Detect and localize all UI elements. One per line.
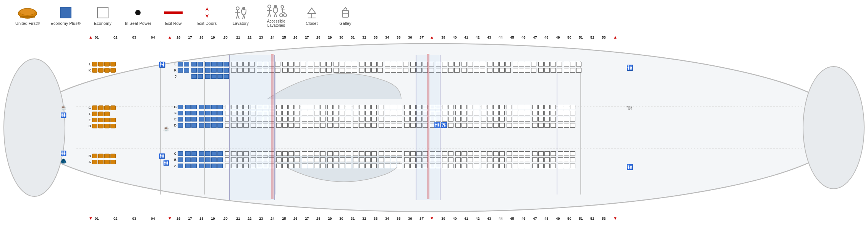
ep-row-K-top: K [173,68,582,73]
aircraft-diagram: ▲ 01 02 03 04 ▲ 16 17 18 19 20 21 22 23 … [0,30,868,225]
legend-exit-row: Exit Row [162,6,185,26]
svg-rect-26 [342,10,348,17]
ep-row-A-bot: A [173,163,576,169]
legend-lavatory-label: Lavatory [233,21,249,26]
svg-line-16 [268,13,269,17]
legend-economy-plus: Economy Plus® [50,6,80,26]
legend-economy-label: Economy [94,21,112,26]
svg-point-10 [242,7,245,10]
svg-line-8 [236,15,238,19]
econ-lav-top-right: 🚻 [627,65,633,71]
svg-point-23 [283,14,287,17]
fc-row-L: L [87,62,116,67]
exit-row-icon [164,6,183,19]
fc-row-E: E [87,117,116,123]
svg-point-21 [281,6,283,8]
page-container: United First® Economy Plus® Economy In S… [0,0,868,225]
ep-row-D-mid: D [173,123,576,128]
lavatory-icon [233,6,248,19]
svg-point-18 [274,5,277,8]
fc-row-F: F [87,111,110,117]
legend-lavatory: Lavatory [229,6,252,26]
ep-galley-mid: ☕ [163,126,169,131]
fc-lav-bot2: 🚻 [159,153,165,159]
econ-lav-bot-right: 🚻 [627,164,633,170]
fc-lav-bot: 🚻 [60,151,66,156]
svg-point-1 [20,8,35,15]
svg-marker-4 [206,14,209,18]
svg-line-20 [275,13,277,17]
legend-accessible-lav: Accessible Lavatories [263,4,290,28]
legend-closet: Closet [300,6,323,26]
legend-economy: Economy [91,6,114,26]
fc-lav-top: 🚻 [159,62,165,68]
fc-row-K: K [87,68,116,73]
fc-hanger-bot: 🧥 [60,158,66,164]
ep-row-B-bot: B [173,157,576,162]
svg-line-12 [244,15,245,19]
svg-line-9 [238,15,239,19]
econ-galley-right: 🍽 [627,105,632,111]
legend-closet-label: Closet [306,21,317,26]
exit-doors-icon [200,6,214,19]
legend-accessible-lav-label: Accessible Lavatories [267,19,285,28]
legend-galley: Galley [334,6,357,26]
svg-point-5 [236,7,239,10]
united-first-icon [17,6,38,19]
legend-galley-label: Galley [339,21,351,26]
ep-row-F-mid: F [173,110,576,116]
closet-icon [305,6,319,19]
exit-row-line-top-20 [271,54,274,199]
legend: United First® Economy Plus® Economy In S… [0,0,868,30]
ep-row-J-top: J [173,74,231,79]
svg-point-22 [280,14,283,17]
accessible-lav-icon [266,4,287,18]
exit-row-line-37 [427,54,429,199]
ep-galley-bot: 🚻 [163,160,169,166]
legend-in-seat-power: In Seat Power [125,6,151,26]
svg-rect-2 [20,16,35,18]
legend-in-seat-power-label: In Seat Power [125,21,151,26]
fc-row-A: A [87,159,116,165]
svg-point-30 [4,59,65,196]
legend-united-first-label: United First® [15,21,40,26]
ep-row-L-top: L [173,62,582,67]
svg-point-31 [803,66,864,189]
svg-line-17 [269,13,271,17]
ep-row-G-mid: G [173,104,576,110]
econ-lav-mid-right: 🚻♿ [434,122,447,128]
legend-exit-row-label: Exit Row [165,21,181,26]
fc-row-B: B [87,153,116,159]
fc-lav-mid: 🚻 [60,112,66,118]
legend-united-first: United First® [15,6,40,26]
legend-exit-doors-label: Exit Doors [197,21,217,26]
fc-row-D: D [87,123,116,129]
fc-galley-top: ☕ [60,105,66,110]
svg-point-13 [268,5,271,8]
legend-exit-doors: Exit Doors [196,6,219,26]
economy-icon [97,6,108,19]
svg-marker-3 [206,7,209,11]
power-icon [135,6,141,19]
ep-row-C-bot: C [173,151,576,156]
economy-plus-icon [60,6,71,19]
ep-row-E-mid: E [173,117,576,122]
galley-icon [338,6,352,19]
legend-economy-plus-label: Economy Plus® [50,21,80,26]
fc-row-G: G [87,105,116,110]
